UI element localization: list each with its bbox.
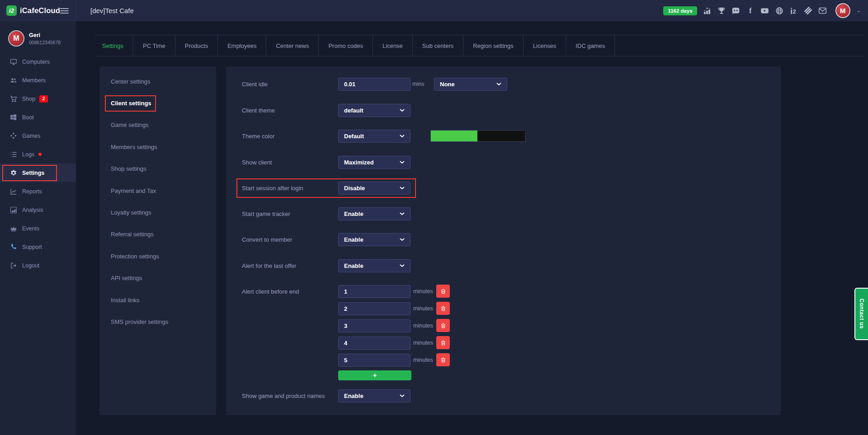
sidebar-item-logout[interactable]: Logout [0, 256, 76, 275]
sidebar: M Geri 008612345678 Computers Members Sh… [0, 21, 76, 435]
alert-minutes-input-1[interactable] [338, 285, 410, 298]
logout-icon [9, 262, 17, 269]
show-game-product-names-select[interactable]: Enable [338, 389, 410, 402]
menu-item-game-settings[interactable]: Game settings [99, 114, 216, 136]
logo-text: iCafeCloud [20, 6, 60, 15]
alert-minutes-input-4[interactable] [338, 337, 410, 350]
monitor-icon [9, 58, 17, 65]
cart-icon [9, 95, 17, 103]
tab-settings[interactable]: Settings [95, 35, 133, 56]
swatch-black-segment [477, 131, 525, 141]
delete-alert-button-1[interactable] [436, 285, 450, 298]
sidebar-user-block: M Geri 008612345678 [0, 21, 76, 47]
sidebar-item-games[interactable]: Games [0, 126, 76, 145]
sidebar-item-computers[interactable]: Computers [0, 52, 76, 71]
logs-alert-dot [38, 153, 42, 156]
alert-minutes-input-3[interactable] [338, 319, 410, 332]
start-game-tracker-select[interactable]: Enable [338, 207, 410, 220]
trophy-icon[interactable] [717, 6, 726, 15]
tab-idc-games[interactable]: IDC games [566, 35, 615, 56]
menu-item-referral-settings[interactable]: Referral settings [99, 224, 216, 245]
tab-license[interactable]: License [373, 35, 413, 56]
menu-item-shop-settings[interactable]: Shop settings [99, 158, 216, 180]
sidebar-item-analysis[interactable]: Analysis [0, 201, 76, 219]
tab-promo-codes[interactable]: Promo codes [319, 35, 373, 56]
svg-text:2: 2 [793, 8, 796, 15]
tab-region-settings[interactable]: Region settings [463, 35, 524, 56]
menu-item-members-settings[interactable]: Members settings [99, 136, 216, 158]
delete-alert-button-2[interactable] [436, 302, 450, 315]
sidebar-item-members[interactable]: Members [0, 71, 76, 89]
client-idle-mode-select[interactable]: None [434, 78, 507, 91]
swatch-green-segment [431, 131, 477, 141]
contact-us-tab[interactable]: Contact us [854, 288, 868, 340]
user-phone: 008612345678 [29, 40, 61, 45]
menu-item-loyalty-settings[interactable]: Loyalty settings [99, 201, 216, 223]
menu-item-center-settings[interactable]: Center settings [99, 70, 216, 92]
delete-alert-button-5[interactable] [436, 353, 450, 366]
start-session-after-login-select[interactable]: Disable [338, 182, 410, 195]
sidebar-item-settings[interactable]: Settings [0, 164, 76, 182]
crown-icon [9, 225, 17, 232]
sidebar-item-reports[interactable]: Reports [0, 182, 76, 201]
shop-count-badge: 2 [39, 95, 48, 103]
theme-color-select[interactable]: Default [338, 130, 410, 143]
chevron-down-icon [400, 212, 405, 215]
tab-sub-centers[interactable]: Sub centers [413, 35, 463, 56]
menu-item-install-links[interactable]: Install links [99, 289, 216, 311]
sidebar-item-shop[interactable]: Shop 2 [0, 89, 76, 108]
alert-last-offer-select[interactable]: Enable [338, 259, 410, 272]
sidebar-item-events[interactable]: Events [0, 219, 76, 238]
chevron-down-icon[interactable]: ⌄ [857, 8, 861, 14]
games-icon [9, 132, 17, 140]
alert-minutes-input-2[interactable] [338, 302, 410, 315]
tab-center-news[interactable]: Center news [266, 35, 319, 56]
client-idle-input[interactable] [338, 78, 410, 91]
menu-item-sms-provider-settings[interactable]: SMS provider settings [99, 311, 216, 332]
sidebar-item-logs[interactable]: Logs [0, 145, 76, 164]
header-right-cluster: 1162 days f [663, 3, 861, 18]
youtube-icon[interactable] [760, 6, 769, 15]
show-client-select[interactable]: Maximized [338, 156, 410, 169]
theme-color-swatch[interactable] [430, 130, 526, 142]
add-alert-button[interactable]: + [338, 370, 411, 380]
menu-item-protection-settings[interactable]: Protection settings [99, 245, 216, 267]
ranking-icon[interactable] [703, 6, 712, 15]
tab-products[interactable]: Products [175, 35, 218, 56]
tab-pc-time[interactable]: PC Time [133, 35, 175, 56]
alert-minutes-input-5[interactable] [338, 354, 410, 367]
icafecloud-icon[interactable]: 2 [789, 6, 798, 15]
sidebar-nav: Computers Members Shop 2 Boot Games [0, 52, 76, 275]
user-avatar[interactable]: M [835, 3, 850, 18]
delete-alert-button-4[interactable] [436, 336, 450, 349]
mail-icon[interactable] [818, 6, 827, 15]
show-game-product-names-label: Show game and product names [242, 393, 325, 399]
chevron-down-icon [400, 135, 405, 138]
hamburger-menu-icon[interactable] [60, 7, 69, 15]
tab-employees[interactable]: Employees [218, 35, 266, 56]
tab-licenses[interactable]: Licenses [524, 35, 566, 56]
globe-icon[interactable] [775, 6, 784, 15]
sidebar-avatar: M [8, 30, 24, 47]
menu-item-payment-and-tax[interactable]: Payment and Tax [99, 180, 216, 201]
convert-to-member-select[interactable]: Enable [338, 233, 410, 246]
menu-item-client-settings[interactable]: Client settings [99, 92, 216, 114]
client-theme-select[interactable]: default [338, 104, 410, 117]
facebook-icon[interactable]: f [746, 6, 755, 15]
delete-alert-button-3[interactable] [436, 319, 450, 332]
layers-icon[interactable] [804, 6, 813, 15]
cafe-name-title: [dev]Test Cafe [90, 7, 134, 14]
users-icon [9, 76, 17, 84]
alert-last-offer-label: Alert for the last offer [242, 262, 296, 269]
user-name: Geri [29, 32, 61, 38]
discord-icon[interactable] [731, 6, 741, 15]
alert-minutes-unit: minutes [413, 323, 433, 329]
sidebar-item-support[interactable]: Support [0, 238, 76, 256]
menu-item-api-settings[interactable]: API settings [99, 267, 216, 289]
days-remaining-badge[interactable]: 1162 days [663, 6, 697, 15]
icafecloud-logo-icon: i2 [6, 5, 17, 16]
sidebar-item-boot[interactable]: Boot [0, 108, 76, 126]
settings-menu-panel: Center settings Client settings Game set… [99, 66, 216, 415]
area-chart-icon [9, 206, 17, 214]
alert-minutes-unit: minutes [413, 340, 433, 346]
